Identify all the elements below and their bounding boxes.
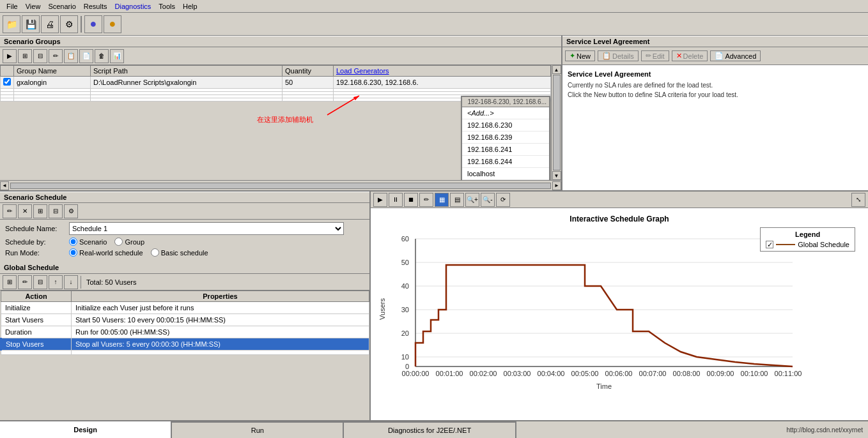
radio-basic[interactable]: Basic schedule bbox=[151, 248, 208, 257]
ss-btn4[interactable]: ⊟ bbox=[49, 204, 63, 218]
gs-btn4[interactable]: ↑ bbox=[49, 275, 63, 289]
radio-scenario-input[interactable] bbox=[69, 238, 77, 246]
sg-paste-btn[interactable]: 📄 bbox=[79, 49, 93, 63]
chart-btn6[interactable]: ▤ bbox=[450, 193, 464, 207]
gs-btn1[interactable]: ⊞ bbox=[3, 275, 17, 289]
sla-details-btn[interactable]: 📋 Details bbox=[598, 50, 639, 61]
scroll-up[interactable]: ▲ bbox=[552, 65, 561, 74]
schedule-line bbox=[415, 265, 793, 366]
sla-delete-btn[interactable]: ✕ Delete bbox=[672, 50, 708, 61]
td-check[interactable] bbox=[1, 77, 14, 89]
sla-advanced-btn[interactable]: 📄 Advanced bbox=[710, 50, 761, 61]
gs-btn5[interactable]: ↓ bbox=[64, 275, 78, 289]
radio-realworld-input[interactable] bbox=[69, 248, 77, 257]
svg-text:10: 10 bbox=[401, 353, 409, 361]
ss-btn2[interactable]: ✕ bbox=[18, 204, 32, 218]
gs-row-initialize[interactable]: Initialize Initialize each Vuser just be… bbox=[1, 302, 369, 314]
chart-btn3[interactable]: ⏹ bbox=[404, 193, 418, 207]
radio-group[interactable]: Group bbox=[114, 238, 144, 246]
svg-text:00:05:00: 00:05:00 bbox=[571, 370, 599, 377]
toolbar-print[interactable]: 🖨 bbox=[41, 15, 59, 33]
svg-text:00:00:00: 00:00:00 bbox=[402, 370, 430, 377]
toolbar-open[interactable]: 📁 bbox=[3, 15, 20, 33]
chart-btn9[interactable]: ⟳ bbox=[496, 193, 510, 207]
hscroll-left[interactable]: ◄ bbox=[0, 181, 9, 190]
radio-group-input[interactable] bbox=[114, 238, 123, 246]
menu-tools[interactable]: Tools bbox=[155, 1, 179, 11]
legend-item: ✓ Global Schedule bbox=[766, 241, 849, 248]
chart-btn2[interactable]: ⏸ bbox=[389, 193, 403, 207]
chart-expand-btn[interactable]: ⤡ bbox=[851, 193, 865, 207]
run-mode-row: Run Mode: Real-world schedule Basic sche… bbox=[5, 248, 364, 257]
radio-basic-input[interactable] bbox=[151, 248, 159, 257]
status-tab-run[interactable]: Run bbox=[172, 421, 344, 438]
scroll-down[interactable]: ▼ bbox=[552, 171, 561, 180]
sg-add-btn[interactable]: ⊞ bbox=[18, 49, 32, 63]
run-mode-label: Run Mode: bbox=[5, 249, 69, 257]
menu-view[interactable]: View bbox=[22, 1, 45, 11]
gs-btn2[interactable]: ✏ bbox=[18, 275, 32, 289]
svg-text:50: 50 bbox=[401, 259, 409, 266]
chart-svg: 60 50 40 30 20 10 0 00:00:00 00:01:00 00… bbox=[377, 226, 812, 392]
hscroll-right[interactable]: ► bbox=[552, 181, 561, 190]
radio-scenario[interactable]: Scenario bbox=[69, 238, 107, 246]
chart-btn5[interactable]: ▦ bbox=[435, 193, 449, 207]
gs-row-start[interactable]: Start Vusers Start 50 Vusers: 10 every 0… bbox=[1, 314, 369, 326]
gs-action-2: Duration bbox=[1, 326, 72, 338]
svg-text:00:03:00: 00:03:00 bbox=[504, 370, 531, 377]
hscroll-track[interactable] bbox=[10, 183, 551, 189]
ss-btn3[interactable]: ⊞ bbox=[33, 204, 47, 218]
menu-file[interactable]: File bbox=[3, 1, 22, 11]
chart-btn7[interactable]: 🔍+ bbox=[465, 193, 479, 207]
scroll-thumb[interactable] bbox=[553, 75, 561, 170]
sg-edit-btn[interactable]: ✏ bbox=[49, 49, 63, 63]
dd-item-1[interactable]: 192.168.6.239 bbox=[462, 132, 549, 144]
menu-results[interactable]: Results bbox=[80, 1, 111, 11]
ss-btn5[interactable]: ⚙ bbox=[64, 204, 78, 218]
th-load-generators[interactable]: Load Generators bbox=[334, 66, 551, 77]
status-tab-design[interactable]: Design bbox=[0, 421, 172, 438]
sla-new-btn[interactable]: ✦ New bbox=[565, 50, 595, 61]
sg-delete-btn[interactable]: 🗑 bbox=[95, 49, 109, 63]
toolbar-settings[interactable]: ⚙ bbox=[60, 15, 78, 33]
sg-remove-btn[interactable]: ⊟ bbox=[33, 49, 47, 63]
dd-add-item[interactable]: <Add...> bbox=[462, 107, 549, 119]
sg-hscroll[interactable]: ◄ ► bbox=[0, 180, 561, 190]
gs-row-stop[interactable]: Stop Vusers Stop all Vusers: 5 every 00:… bbox=[1, 338, 369, 351]
th-properties: Properties bbox=[72, 291, 369, 302]
menu-help[interactable]: Help bbox=[179, 1, 201, 11]
svg-text:00:02:00: 00:02:00 bbox=[470, 370, 497, 377]
chart-btn4[interactable]: ✏ bbox=[419, 193, 433, 207]
sg-scrollbar[interactable]: ▲ ▼ bbox=[551, 65, 561, 180]
toolbar-blue[interactable]: ● bbox=[84, 15, 102, 33]
radio-realworld[interactable]: Real-world schedule bbox=[69, 248, 143, 257]
svg-text:00:01:00: 00:01:00 bbox=[436, 370, 463, 377]
sg-chart-btn[interactable]: 📊 bbox=[110, 49, 124, 63]
sla-edit-btn[interactable]: ✏ Edit bbox=[641, 50, 669, 61]
schedule-name-row: Schedule Name: Schedule 1 bbox=[5, 222, 364, 235]
dd-item-3[interactable]: 192.168.6.244 bbox=[462, 156, 549, 168]
legend-color-line bbox=[776, 244, 795, 245]
menu-scenario[interactable]: Scenario bbox=[44, 1, 79, 11]
gs-row-duration[interactable]: Duration Run for 00:05:00 (HH:MM:SS) bbox=[1, 326, 369, 338]
menubar: File View Scenario Results Diagnostics T… bbox=[0, 0, 868, 13]
dd-item-2[interactable]: 192.168.6.241 bbox=[462, 144, 549, 156]
toolbar-save[interactable]: 💾 bbox=[22, 15, 40, 33]
schedule-name-select[interactable]: Schedule 1 bbox=[69, 222, 344, 235]
dd-item-4[interactable]: localhost bbox=[462, 168, 549, 180]
sg-run-btn[interactable]: ▶ bbox=[3, 49, 17, 63]
svg-text:60: 60 bbox=[401, 235, 409, 243]
status-tab-diagnostics[interactable]: Diagnostics for J2EE/.NET bbox=[344, 421, 516, 438]
td-group-name: gxalongin bbox=[14, 77, 91, 89]
chart-btn8[interactable]: 🔍- bbox=[481, 193, 495, 207]
td-load-generators[interactable]: 192.168.6.230, 192.168.6. 192-168-6.230,… bbox=[334, 77, 551, 89]
dd-item-0[interactable]: 192.168.6.230 bbox=[462, 119, 549, 132]
toolbar-orange[interactable]: ● bbox=[104, 15, 121, 33]
ss-btn1[interactable]: ✏ bbox=[3, 204, 17, 218]
sg-copy-btn[interactable]: 📋 bbox=[64, 49, 78, 63]
menu-diagnostics[interactable]: Diagnostics bbox=[111, 1, 155, 11]
chart-btn1[interactable]: ▶ bbox=[373, 193, 387, 207]
legend-checkbox[interactable]: ✓ bbox=[766, 241, 773, 248]
sla-details-icon: 📋 bbox=[602, 52, 611, 60]
gs-btn3[interactable]: ⊟ bbox=[33, 275, 47, 289]
